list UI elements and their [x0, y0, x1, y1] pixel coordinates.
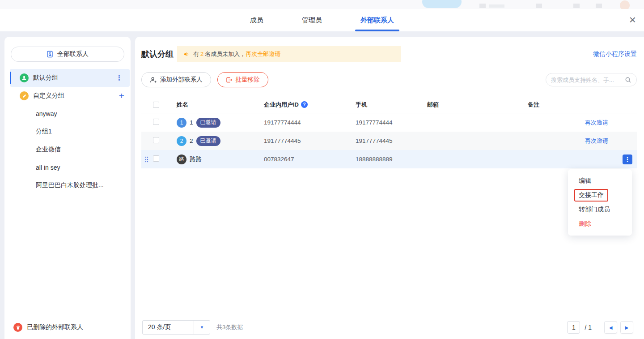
- person-add-icon: [150, 77, 157, 83]
- invited-badge: 已邀请: [196, 136, 220, 146]
- sidebar: 全部联系人 默认分组 ⋮ 自定义分组 +: [4, 37, 131, 339]
- help-icon[interactable]: ?: [301, 101, 308, 108]
- chevron-down-icon[interactable]: ▼: [194, 321, 210, 334]
- column-header-email: 邮箱: [427, 101, 528, 109]
- miniprogram-settings-link[interactable]: 微信小程序设置: [593, 50, 637, 58]
- search-box[interactable]: [546, 73, 637, 86]
- sidebar-item-label: 自定义分组: [33, 92, 64, 100]
- next-page-button[interactable]: ▶: [620, 321, 633, 334]
- user-id-cell: 19177774445: [264, 137, 356, 144]
- contact-name: 路路: [190, 155, 202, 163]
- main-header: 默认分组 有2名成员未加入，再次全部邀请 微信小程序设置: [141, 37, 637, 62]
- page-size-select[interactable]: 20 条/页 ▼: [142, 320, 210, 335]
- notice-bar: 有2名成员未加入，再次全部邀请: [177, 46, 401, 62]
- phone-cell: 18888888889: [356, 156, 427, 163]
- sidebar-item-label: 默认分组: [33, 74, 58, 82]
- menu-item-transfer-to-department[interactable]: 转部门成员: [568, 202, 632, 217]
- deleted-contacts-label: 已删除的外部联系人: [27, 323, 83, 331]
- batch-remove-label: 批量移除: [236, 76, 260, 84]
- sidebar-item-subgroup[interactable]: 分组1: [4, 123, 131, 141]
- reinvite-all-link[interactable]: 再次全部邀请: [246, 51, 280, 57]
- page-number-input[interactable]: [567, 321, 580, 334]
- drag-handle-icon[interactable]: [145, 156, 148, 163]
- modal-tab-bar: 成员 管理员 外部联系人 ×: [0, 9, 644, 31]
- table-row[interactable]: 2 2 已邀请 19177774445 19177774445 再次邀请: [141, 132, 637, 150]
- row-checkbox[interactable]: [153, 155, 159, 162]
- sidebar-item-subgroup[interactable]: 阿里巴巴白木胶处理批...: [4, 176, 131, 194]
- notice-text: 有2名成员未加入，再次全部邀请: [193, 50, 280, 58]
- remove-export-icon: [226, 77, 233, 83]
- batch-remove-button[interactable]: 批量移除: [217, 72, 268, 87]
- menu-item-edit[interactable]: 编辑: [568, 174, 632, 188]
- sidebar-item-subgroup[interactable]: 企业微信: [4, 141, 131, 159]
- menu-item-delete[interactable]: 删除: [568, 217, 632, 231]
- table-row[interactable]: 1 1 已邀请 19177774444 19177774444 再次邀请: [141, 113, 637, 132]
- contacts-table: 姓名 企业内用户ID ? 手机 邮箱 备注 1: [141, 96, 637, 168]
- page-total-text: / 1: [585, 324, 592, 331]
- main-panel: 默认分组 有2名成员未加入，再次全部邀请 微信小程序设置: [135, 37, 644, 339]
- avatar: 路: [177, 154, 186, 164]
- column-header-remark: 备注: [528, 101, 580, 109]
- row-checkbox[interactable]: [153, 119, 159, 125]
- total-count-text: 共3条数据: [216, 323, 243, 331]
- page-title: 默认分组: [141, 49, 174, 60]
- page-size-value: 20 条/页: [143, 323, 194, 331]
- tab-external-contacts[interactable]: 外部联系人: [360, 9, 394, 31]
- dim-overlay: [0, 0, 644, 9]
- add-external-contact-label: 添加外部联系人: [160, 76, 203, 84]
- column-header-user-id: 企业内用户ID ?: [264, 101, 356, 109]
- column-header-name: 姓名: [177, 101, 264, 109]
- notice-suffix: 名成员未加入，: [205, 51, 246, 57]
- phone-cell: 19177774445: [356, 137, 427, 144]
- select-all-checkbox[interactable]: [153, 102, 159, 108]
- speaker-icon: [183, 51, 190, 57]
- invited-badge: 已邀请: [196, 118, 220, 128]
- sidebar-item-custom-group[interactable]: 自定义分组 +: [4, 87, 131, 105]
- highlight-annotation-box: 交接工作: [574, 189, 608, 202]
- notice-prefix: 有: [193, 51, 199, 57]
- row-context-menu: 编辑 交接工作 转部门成员 删除: [568, 169, 632, 236]
- row-more-actions-button[interactable]: ⋮: [623, 154, 632, 164]
- tab-members[interactable]: 成员: [250, 9, 263, 31]
- close-icon[interactable]: ×: [629, 13, 636, 26]
- dimmed-background: [0, 0, 644, 9]
- search-input[interactable]: [551, 77, 625, 83]
- table-row[interactable]: 路 路路 007832647 18888888889 ⋮: [141, 150, 637, 168]
- user-id-cell: 19177774444: [264, 119, 356, 126]
- sidebar-item-subgroup[interactable]: all in sey: [4, 159, 131, 176]
- group-edit-icon: [20, 91, 29, 100]
- sidebar-item-subgroup[interactable]: anyway: [4, 105, 131, 123]
- reinvite-link[interactable]: 再次邀请: [585, 137, 608, 145]
- row-checkbox[interactable]: [153, 137, 159, 143]
- screen: 成员 管理员 外部联系人 × 全部联系人: [0, 0, 644, 339]
- phone-cell: 19177774444: [356, 119, 427, 126]
- add-external-contact-button[interactable]: 添加外部联系人: [141, 72, 211, 87]
- table-header-row: 姓名 企业内用户ID ? 手机 邮箱 备注: [141, 96, 637, 113]
- group-person-icon: [20, 73, 29, 82]
- avatar: 1: [177, 118, 186, 128]
- notice-count: 2: [200, 51, 203, 57]
- contact-book-icon: [47, 51, 54, 58]
- column-header-phone: 手机: [356, 101, 427, 109]
- menu-item-handover-work[interactable]: 交接工作: [568, 188, 632, 202]
- tab-admins[interactable]: 管理员: [302, 9, 322, 31]
- sidebar-item-default-group[interactable]: 默认分组 ⋮: [10, 69, 130, 87]
- all-contacts-button[interactable]: 全部联系人: [11, 47, 124, 62]
- table-footer: 20 条/页 ▼ 共3条数据 / 1 ◀ ▶: [142, 320, 633, 335]
- contact-name: 1: [190, 119, 193, 126]
- reinvite-link[interactable]: 再次邀请: [585, 119, 608, 127]
- page-body: 全部联系人 默认分组 ⋮ 自定义分组 +: [0, 31, 644, 339]
- user-id-cell: 007832647: [264, 156, 356, 163]
- deleted-contacts-item[interactable]: 已删除的外部联系人: [13, 323, 83, 332]
- prev-page-button[interactable]: ◀: [604, 321, 617, 334]
- trash-icon: [13, 323, 22, 332]
- search-icon[interactable]: [625, 77, 631, 83]
- toolbar: 添加外部联系人 批量移除: [141, 72, 637, 87]
- all-contacts-label: 全部联系人: [57, 50, 89, 58]
- contact-name: 2: [190, 137, 193, 144]
- group-more-icon[interactable]: ⋮: [116, 74, 123, 82]
- add-group-icon[interactable]: +: [119, 90, 124, 101]
- avatar: 2: [177, 136, 186, 146]
- pagination: / 1 ◀ ▶: [567, 321, 633, 334]
